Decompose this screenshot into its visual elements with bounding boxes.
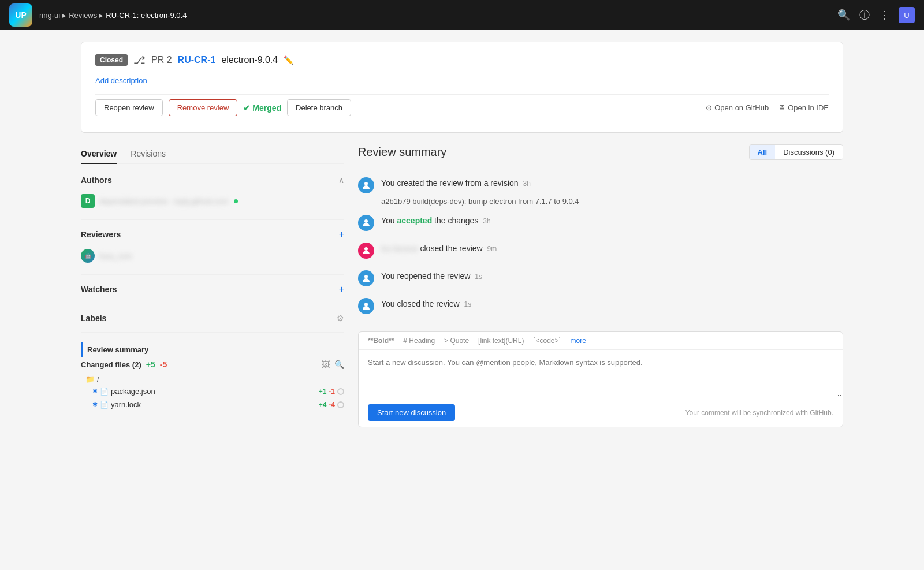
filter-discussions-button[interactable]: Discussions (0) <box>775 145 843 159</box>
main-container: Closed ⎇ PR 2 RU-CR-1 electron-9.0.4 ✏️ … <box>58 30 866 439</box>
changed-files-title: Changed files (2) <box>81 360 141 369</box>
breadcrumb-root[interactable]: ring-ui <box>39 11 60 20</box>
breadcrumb: ring-ui ▸ Reviews ▸ RU-CR-1: electron-9.… <box>39 11 187 20</box>
merged-text: Merged <box>252 103 281 113</box>
discussion-footer: Start new discussion Your comment will b… <box>359 398 843 427</box>
breadcrumb-current: RU-CR-1: electron-9.0.4 <box>106 11 187 20</box>
timeline-item-4: You reopened the review 1s <box>358 264 843 292</box>
toolbar-code[interactable]: `<code>` <box>533 337 561 345</box>
divider-watchers <box>81 304 344 304</box>
help-icon[interactable]: ⓘ <box>859 8 870 22</box>
nav-left: UP ring-ui ▸ Reviews ▸ RU-CR-1: electron… <box>9 3 187 27</box>
timeline-item-3: fus famese closed the review 9m <box>358 237 843 264</box>
user-avatar[interactable]: U <box>899 7 915 23</box>
diff-added-total: +5 <box>146 360 155 369</box>
github-icon: ⊙ <box>706 103 712 112</box>
discussion-toolbar: **Bold** # Heading > Quote [link text](U… <box>359 332 843 350</box>
start-discussion-button[interactable]: Start new discussion <box>368 404 455 421</box>
timeline-avatar-5 <box>358 298 374 314</box>
sync-note: Your comment will be synchronized with G… <box>685 409 833 417</box>
add-watcher-button[interactable]: + <box>339 284 344 295</box>
filter-all-button[interactable]: All <box>750 145 776 159</box>
breadcrumb-sep1: ▸ <box>62 11 66 20</box>
timeline-body-1: You created the review from a revision <box>381 178 519 188</box>
add-reviewer-button[interactable]: + <box>339 229 344 240</box>
timeline-time-1: 3h <box>523 180 531 188</box>
open-github-label: Open on GitHub <box>714 103 769 112</box>
labels-section: Labels ⚙ <box>81 314 344 323</box>
delete-branch-button[interactable]: Delete branch <box>287 99 351 116</box>
file-name-yarn: yarn.lock <box>111 400 316 409</box>
file-type-icon: 📄 <box>100 388 109 396</box>
ide-icon: 🖥 <box>778 103 785 112</box>
open-ide-link[interactable]: 🖥 Open in IDE <box>778 103 829 112</box>
toolbar-bold[interactable]: **Bold** <box>368 337 394 345</box>
discussion-textarea[interactable] <box>359 350 843 396</box>
timeline-avatar-3 <box>358 243 374 259</box>
review-summary-nav[interactable]: Review summary <box>81 342 344 357</box>
file-added-package: +1 <box>319 388 327 396</box>
reviewers-section-header: Reviewers + <box>81 229 344 240</box>
labels-settings-icon[interactable]: ⚙ <box>337 314 344 323</box>
reviewer-item: 🤖 fusa_com <box>81 247 344 265</box>
toolbar-quote[interactable]: > Quote <box>444 337 469 345</box>
timeline-time-5: 1s <box>464 300 472 308</box>
divider-authors <box>81 219 344 220</box>
search-icon[interactable]: 🔍 <box>837 9 850 21</box>
watchers-title: Watchers <box>81 285 117 294</box>
timeline: You created the review from a revision 3… <box>358 172 843 320</box>
file-review-circle-package[interactable] <box>337 388 344 395</box>
discussion-box: **Bold** # Heading > Quote [link text](U… <box>358 331 843 427</box>
reopen-review-button[interactable]: Reopen review <box>95 99 163 116</box>
timeline-time-4: 1s <box>475 273 482 281</box>
file-star-icon-yarn: ✱ <box>92 401 98 408</box>
tab-overview[interactable]: Overview <box>81 144 117 164</box>
edit-icon[interactable]: ✏️ <box>284 55 293 65</box>
authors-collapse-button[interactable]: ∧ <box>338 176 344 185</box>
file-tree: 📁 / ✱ 📄 package.json +1 -1 ✱ 📄 yarn.lock… <box>81 374 344 411</box>
svg-point-2 <box>364 247 368 251</box>
sidebar: Overview Revisions Authors ∧ D dependabo… <box>81 144 358 427</box>
logo[interactable]: UP <box>9 3 32 27</box>
file-removed-package: -1 <box>329 388 335 396</box>
add-description-link[interactable]: Add description <box>95 76 147 85</box>
file-item-yarn[interactable]: ✱ 📄 yarn.lock +4 -4 <box>81 398 344 411</box>
top-navigation: UP ring-ui ▸ Reviews ▸ RU-CR-1: electron… <box>0 0 924 30</box>
tab-revisions[interactable]: Revisions <box>131 144 166 164</box>
online-indicator <box>234 199 238 203</box>
timeline-text-1: You created the review from a revision 3… <box>381 177 531 189</box>
pr-id[interactable]: RU-CR-1 <box>178 55 216 65</box>
timeline-text-4: You reopened the review 1s <box>381 270 482 282</box>
timeline-item-2: You accepted the changes 3h <box>358 209 843 237</box>
timeline-body-5: You closed the review <box>381 299 460 308</box>
toolbar-more[interactable]: more <box>570 337 586 345</box>
breadcrumb-reviews[interactable]: Reviews <box>69 11 97 20</box>
diff-removed-total: -5 <box>160 360 167 369</box>
file-review-circle-yarn[interactable] <box>337 401 344 408</box>
divider-labels <box>81 332 344 333</box>
grid-icon[interactable]: ⋮ <box>879 9 889 21</box>
status-badge: Closed <box>95 54 128 66</box>
pr-label: PR 2 <box>151 55 172 65</box>
timeline-post-2: the changes <box>434 216 478 225</box>
reviewer-avatar: 🤖 <box>81 249 95 263</box>
check-icon: ✔ <box>243 103 250 113</box>
file-removed-yarn: -4 <box>329 401 335 409</box>
actions-right: ⊙ Open on GitHub 🖥 Open in IDE <box>706 103 829 112</box>
image-view-icon[interactable]: 🖼 <box>322 360 330 369</box>
file-item-package[interactable]: ✱ 📄 package.json +1 -1 <box>81 385 344 398</box>
toolbar-heading[interactable]: # Heading <box>403 337 435 345</box>
authors-section-header: Authors ∧ <box>81 176 344 185</box>
pr-branch-icon: ⎇ <box>133 54 146 66</box>
toolbar-link[interactable]: [link text](URL) <box>478 337 524 345</box>
open-github-link[interactable]: ⊙ Open on GitHub <box>706 103 769 112</box>
author-name: dependabot-preview · reply.github.com <box>99 197 228 206</box>
folder-icon: 📁 <box>85 375 95 383</box>
pr-title: electron-9.0.4 <box>221 55 278 65</box>
file-type-icon-yarn: 📄 <box>100 401 109 409</box>
timeline-avatar-2 <box>358 215 374 231</box>
svg-point-4 <box>364 303 368 306</box>
timeline-sub-1: a2b1b79 build(deps-dev): bump electron f… <box>358 197 843 206</box>
remove-review-button[interactable]: Remove review <box>169 99 238 116</box>
file-search-icon[interactable]: 🔍 <box>334 360 344 369</box>
